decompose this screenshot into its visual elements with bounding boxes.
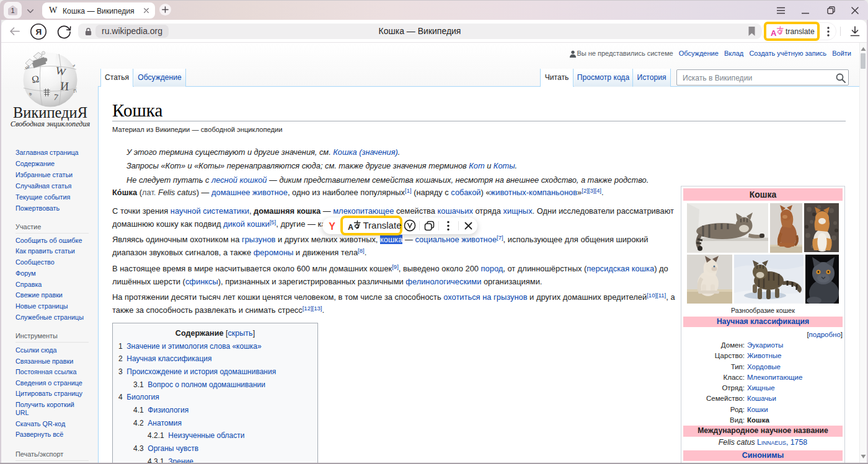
svg-text:ڊ: ڊ	[72, 62, 77, 68]
svg-text:Ω: Ω	[31, 73, 40, 85]
svg-text:A: A	[348, 223, 353, 231]
svg-text:Y: Y	[329, 221, 335, 231]
svg-text:И: И	[60, 79, 69, 93]
svg-text:1: 1	[11, 7, 14, 14]
svg-text:ה: ה	[73, 87, 77, 94]
svg-text:A: A	[771, 28, 777, 37]
svg-text:Я: Я	[36, 27, 42, 37]
